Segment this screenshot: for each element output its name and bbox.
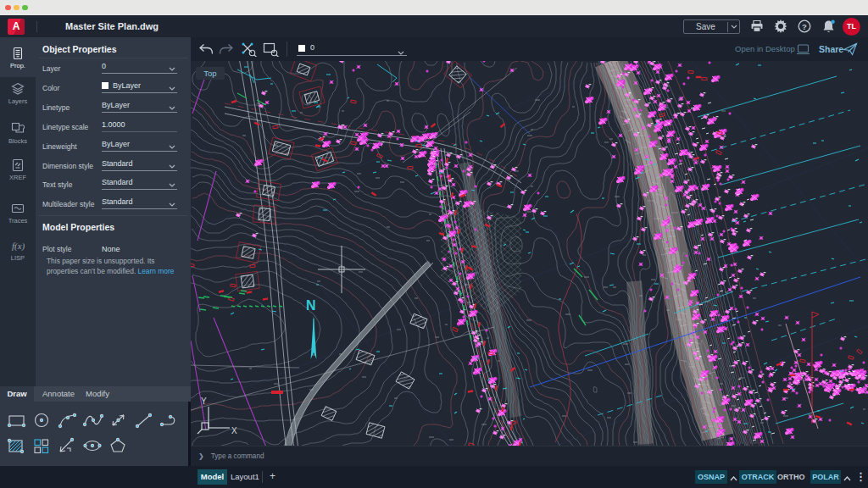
svg-text:X: X	[231, 426, 237, 435]
svg-text:?: ?	[802, 22, 807, 31]
svg-text:N: N	[306, 298, 316, 313]
svg-text:f(x): f(x)	[12, 241, 25, 252]
svg-text:Y: Y	[201, 396, 207, 406]
